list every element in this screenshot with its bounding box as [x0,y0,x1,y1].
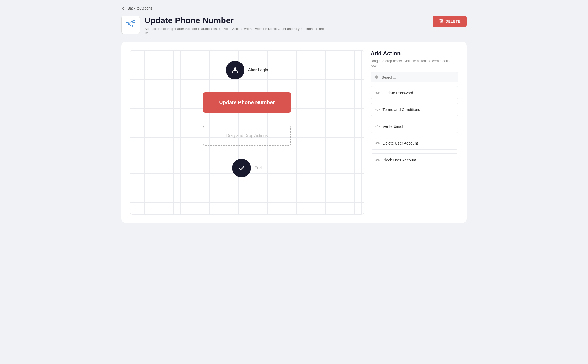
end-label: End [254,166,262,170]
svg-line-4 [129,24,131,26]
action-item-label: Update Password [383,90,413,95]
add-action-panel: Add Action Drag and drop below available… [371,50,458,215]
action-node-label: Update Phone Number [219,100,275,105]
svg-rect-1 [133,21,135,23]
page-title: Update Phone Number [145,16,326,25]
action-item-delete-user[interactable]: <> Delete User Account [371,136,458,150]
drag-drop-node[interactable]: Drag and Drop Actions [203,126,291,146]
svg-rect-0 [126,23,129,25]
dashed-line-2 [247,113,247,126]
action-item-block-user[interactable]: <> Block User Account [371,153,458,166]
panel-title: Add Action [371,50,458,57]
action-item-verify-email[interactable]: <> Verify Email [371,120,458,133]
header-left: Update Phone Number Add actions to trigg… [121,16,326,35]
code-icon-terms: <> [375,107,380,112]
delete-label: DELETE [446,19,461,24]
page-subtitle: Add actions to trigger after the user is… [145,27,326,35]
after-login-node: After Login [226,61,268,79]
svg-line-9 [378,78,379,79]
flow-icon [121,16,140,34]
panel-subtitle: Drag and drop below available actions to… [371,58,458,69]
end-circle [232,159,251,177]
svg-point-7 [234,67,236,70]
action-item-label: Terms and Conditions [383,107,420,112]
action-item-label: Verify Email [383,124,403,128]
back-link[interactable]: Back to Actions [121,6,467,10]
after-login-circle [226,61,244,79]
flow-canvas: After Login Update Phone Number Drag and… [130,50,364,215]
page-header: Update Phone Number Add actions to trigg… [121,16,467,35]
trash-icon [439,19,443,24]
action-item-update-password[interactable]: <> Update Password [371,86,458,99]
code-icon-delete-user: <> [375,141,380,145]
back-arrow-icon [121,6,125,10]
dashed-line-1 [247,79,247,92]
code-icon-block-user: <> [375,158,380,162]
code-icon-verify-email: <> [375,124,380,128]
svg-line-3 [129,22,131,24]
main-card: After Login Update Phone Number Drag and… [121,42,467,223]
after-login-label: After Login [248,68,268,72]
drag-drop-label: Drag and Drop Actions [226,133,268,138]
search-input[interactable] [382,75,455,79]
search-icon [374,75,379,80]
connector-3 [135,146,359,159]
header-text: Update Phone Number Add actions to trigg… [145,16,326,35]
delete-button[interactable]: DELETE [433,16,467,27]
action-item-terms[interactable]: <> Terms and Conditions [371,103,458,116]
code-icon-update-password: <> [375,90,380,95]
action-item-label: Block User Account [383,158,416,162]
svg-rect-2 [133,25,135,27]
connector-2 [135,113,359,126]
back-link-label: Back to Actions [127,6,152,10]
end-node: End [232,159,262,177]
connector-1 [135,79,359,92]
search-box[interactable] [371,72,458,82]
action-node[interactable]: Update Phone Number [203,92,291,113]
action-item-label: Delete User Account [383,141,418,145]
dashed-line-3 [247,146,247,159]
